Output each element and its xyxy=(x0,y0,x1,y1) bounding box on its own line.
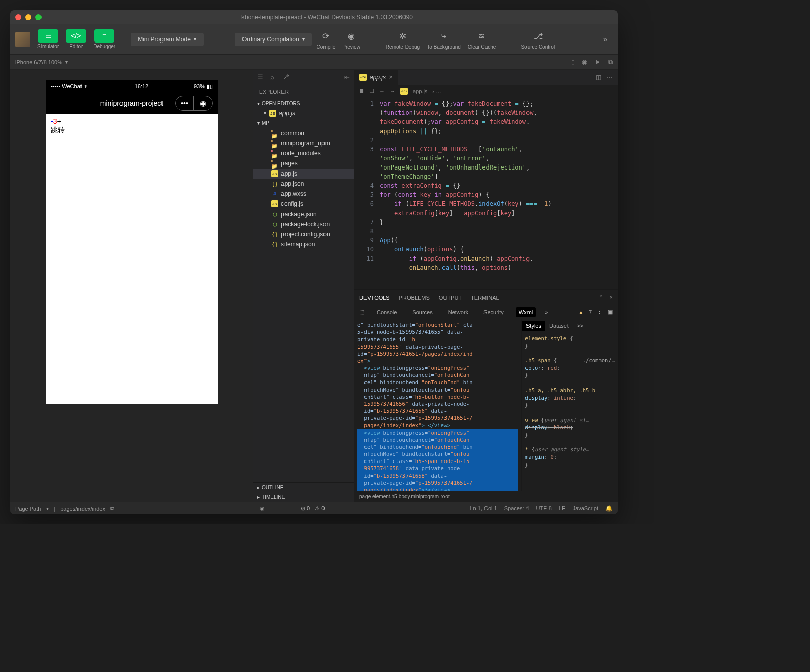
editor-toggle[interactable]: </> Editor xyxy=(64,28,88,50)
devtools-panel: DEVTOOLSPROBLEMSOUTPUTTERMINAL⌃× ⬚ Conso… xyxy=(354,289,618,502)
device-select[interactable]: iPhone 6/7/8 100% xyxy=(15,59,62,65)
list-icon[interactable]: ☰ xyxy=(257,73,263,81)
collapse-icon[interactable]: ⇤ xyxy=(344,73,350,81)
explorer-header: EXPLORER xyxy=(253,85,354,99)
file-tree-item[interactable]: ⬡package-lock.json xyxy=(253,219,354,229)
git-icon: ⎇ xyxy=(531,29,545,43)
close-icon[interactable]: × xyxy=(610,294,613,301)
menu-button[interactable]: ••• xyxy=(176,96,194,110)
close-window[interactable] xyxy=(15,14,21,20)
file-tree-item[interactable]: { }app.json xyxy=(253,179,354,189)
close-button[interactable]: ◉ xyxy=(194,96,212,110)
to-background-button[interactable]: ⤷ To Background xyxy=(425,28,463,51)
inspector-tab-network[interactable]: Network xyxy=(445,307,471,317)
phone-simulator: ••••• WeChat ᯤ 16:12 93% ▮▯ miniprogram-… xyxy=(46,80,218,404)
error-icon[interactable]: ⊘ 0 xyxy=(301,505,310,512)
toc-icon[interactable]: ≣ xyxy=(359,88,364,94)
css-rules[interactable]: element.style {} .h5-span {./common/… co… xyxy=(522,332,618,491)
mute-icon[interactable]: 🕨 xyxy=(594,58,601,66)
file-tree-item[interactable]: ▸ 📁pages xyxy=(253,158,354,169)
copy-icon[interactable]: ⧉ xyxy=(608,58,613,66)
inspector-tab-security[interactable]: Security xyxy=(480,307,507,317)
bell-icon[interactable]: 🔔 xyxy=(605,505,613,512)
page-path-value[interactable]: pages/index/index xyxy=(60,506,105,512)
user-avatar[interactable] xyxy=(15,32,30,47)
file-tree-item[interactable]: ▸ 📁node_modules xyxy=(253,148,354,158)
navigate-link[interactable]: 跳转 xyxy=(51,125,213,135)
cursor-position[interactable]: Ln 1, Col 1 xyxy=(470,505,497,512)
file-tree-item[interactable]: JSconfig.js xyxy=(253,199,354,209)
file-tree-item[interactable]: ⬡package.json xyxy=(253,209,354,219)
more-icon[interactable]: ⋮ xyxy=(597,309,602,315)
source-control-button[interactable]: ⎇ Source Control xyxy=(519,28,557,51)
more-icon[interactable]: ⋯ xyxy=(270,505,275,512)
file-tree-item[interactable]: ▸ 📁miniprogram_npm xyxy=(253,138,354,148)
language-mode[interactable]: JavaScript xyxy=(573,505,598,512)
increment-button[interactable]: + xyxy=(57,117,61,125)
phone-statusbar: ••••• WeChat ᯤ 16:12 93% ▮▯ xyxy=(46,80,218,92)
overflow-button[interactable]: » xyxy=(598,32,613,47)
project-root[interactable]: ▾ MP xyxy=(253,118,354,128)
timeline-section[interactable]: ▸ TIMELINE xyxy=(253,492,354,502)
file-tree-item[interactable]: JSapp.js xyxy=(253,169,354,179)
secondary-bar: iPhone 6/7/8 100% ▾ ▯ ◉ 🕨 ⧉ xyxy=(10,55,618,70)
copy-icon[interactable]: ⧉ xyxy=(110,505,114,512)
inspector-tab-sources[interactable]: Sources xyxy=(409,307,435,317)
inspector-tab-wxml[interactable]: Wxml xyxy=(516,307,536,317)
encoding[interactable]: UTF-8 xyxy=(536,505,552,512)
overflow-icon[interactable]: » xyxy=(545,309,548,315)
code-editor[interactable]: 1 23 456 7891011 var fakeWindow = {};var… xyxy=(354,97,618,289)
maximize-window[interactable] xyxy=(35,14,42,20)
simulator-toggle[interactable]: ▭ Simulator xyxy=(35,28,61,50)
styles-tab-dataset[interactable]: Dataset xyxy=(545,321,573,331)
split-icon[interactable]: ◫ xyxy=(596,74,601,81)
forward-icon[interactable]: → xyxy=(390,88,395,94)
indentation[interactable]: Spaces: 4 xyxy=(504,505,529,512)
minimize-window[interactable] xyxy=(25,14,31,20)
inspect-icon[interactable]: ⬚ xyxy=(359,309,364,315)
eye-icon: ◉ xyxy=(344,29,358,43)
file-tree-item[interactable]: ▸ 📁common xyxy=(253,128,354,138)
compilation-select[interactable]: Ordinary Compilation ▾ xyxy=(235,33,312,46)
clear-cache-button[interactable]: ≋ Clear Cache xyxy=(466,28,498,51)
phone-content[interactable]: -3+ 跳转 xyxy=(46,114,218,404)
outline-section[interactable]: ▸ OUTLINE xyxy=(253,483,354,492)
file-tree-item[interactable]: { }sitemap.json xyxy=(253,239,354,249)
line-ending[interactable]: LF xyxy=(559,505,565,512)
compile-button[interactable]: ⟳ Compile xyxy=(315,28,338,51)
warning-icon[interactable]: ⚠ 0 xyxy=(315,505,325,512)
dock-icon[interactable]: ▣ xyxy=(608,309,613,315)
devtools-tab-problems[interactable]: PROBLEMS xyxy=(399,295,430,301)
close-icon[interactable]: × xyxy=(263,110,267,117)
chevron-up-icon[interactable]: ⌃ xyxy=(599,294,603,301)
phone-header: miniprogram-project ••• ◉ xyxy=(46,92,218,114)
page-path-label[interactable]: Page Path xyxy=(15,506,41,512)
file-tree-item[interactable]: { }project.config.json xyxy=(253,229,354,239)
bookmark-icon[interactable]: ☐ xyxy=(369,88,374,94)
back-icon[interactable]: ← xyxy=(379,88,385,94)
devtools-tab-devtools[interactable]: DEVTOOLS xyxy=(359,295,390,301)
close-tab-icon[interactable]: × xyxy=(389,73,393,81)
preview-button[interactable]: ◉ Preview xyxy=(340,28,362,51)
debugger-toggle[interactable]: ≡ Debugger xyxy=(91,28,117,50)
eye-icon[interactable]: ◉ xyxy=(260,505,265,512)
search-icon[interactable]: ⌕ xyxy=(270,73,274,81)
styles-tab-styles[interactable]: Styles xyxy=(522,321,545,331)
open-editor-item[interactable]: × JS app.js xyxy=(253,108,354,118)
styles-tab->>[interactable]: >> xyxy=(573,321,587,331)
record-icon[interactable]: ◉ xyxy=(582,58,587,66)
warning-count[interactable]: 7 xyxy=(589,309,592,315)
inspector-tab-console[interactable]: Console xyxy=(374,307,400,317)
wxml-tree[interactable]: e" bindtouchstart="onTouchStart" cla5-di… xyxy=(354,319,521,491)
editor-tab-appjs[interactable]: JS app.js × xyxy=(354,70,398,85)
device-icon[interactable]: ▯ xyxy=(571,58,575,66)
explorer-panel: ☰ ⌕ ⎇ ⇤ EXPLORER ▾ OPEN EDITORS × JS app… xyxy=(253,70,354,502)
devtools-tab-output[interactable]: OUTPUT xyxy=(439,295,462,301)
more-icon[interactable]: ⋯ xyxy=(606,74,613,81)
open-editors-section[interactable]: ▾ OPEN EDITORS xyxy=(253,99,354,108)
remote-debug-button[interactable]: ✲ Remote Debug xyxy=(384,28,422,51)
program-mode-select[interactable]: Mini Program Mode ▾ xyxy=(131,33,204,46)
devtools-tab-terminal[interactable]: TERMINAL xyxy=(471,295,499,301)
branch-icon[interactable]: ⎇ xyxy=(281,73,289,81)
file-tree-item[interactable]: #app.wxss xyxy=(253,189,354,199)
